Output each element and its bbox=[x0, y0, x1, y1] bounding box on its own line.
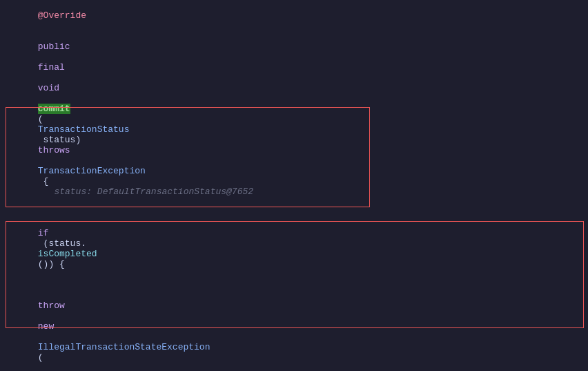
code-line-4: throw new IllegalTransactionStateExcepti… bbox=[0, 280, 588, 371]
code-line-1: @Override bbox=[0, 0, 588, 31]
code-editor: @Override public final void commit ( Tra… bbox=[0, 0, 588, 371]
code-line-2: public final void commit ( TransactionSt… bbox=[0, 31, 588, 207]
code-line-3: if (status. isCompleted ()) { bbox=[0, 207, 588, 280]
